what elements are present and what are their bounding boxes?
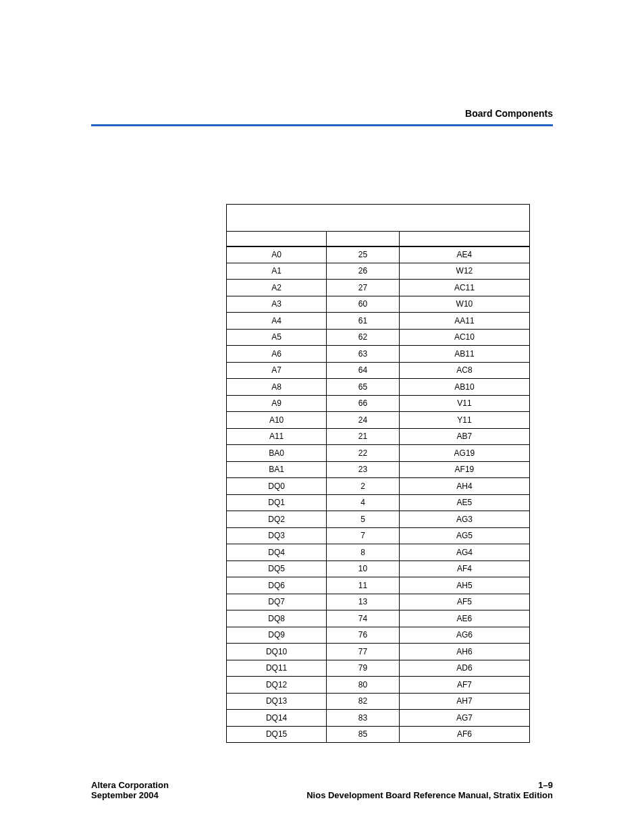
table-row: A966V11 xyxy=(227,395,530,412)
table-row: BA123AF19 xyxy=(227,461,530,478)
table-row: A025AE4 xyxy=(227,246,530,263)
table-cell: A9 xyxy=(227,395,327,412)
table-cell: 74 xyxy=(327,610,400,627)
table-cell: 27 xyxy=(327,280,400,296)
table-cell: A1 xyxy=(227,263,327,280)
table-cell: AG7 xyxy=(399,710,529,727)
table-cell: AC11 xyxy=(399,280,529,296)
table-cell: A0 xyxy=(227,246,327,263)
table-cell: DQ8 xyxy=(227,610,327,627)
table-cell: 25 xyxy=(327,246,400,263)
footer-page-number: 1–9 xyxy=(538,780,553,790)
table-row: DQ874AE6 xyxy=(227,610,530,627)
table-cell: DQ1 xyxy=(227,494,327,511)
table-row: DQ1382AH7 xyxy=(227,693,530,710)
table-cell: 66 xyxy=(327,395,400,412)
table-cell: AB10 xyxy=(399,379,529,396)
table-cell: DQ9 xyxy=(227,627,327,644)
table-row: DQ1280AF7 xyxy=(227,677,530,694)
table-cell: AA11 xyxy=(399,313,529,330)
table-cell: 76 xyxy=(327,627,400,644)
table-cell: 7 xyxy=(327,527,400,544)
table-row: A663AB11 xyxy=(227,346,530,363)
table-cell: 80 xyxy=(327,677,400,694)
table-row: A1024Y11 xyxy=(227,412,530,429)
table-cell: DQ0 xyxy=(227,478,327,495)
table-cell: BA0 xyxy=(227,445,327,462)
table-row: DQ1077AH6 xyxy=(227,644,530,660)
table-row: A562AC10 xyxy=(227,329,530,346)
table-cell: 24 xyxy=(327,412,400,429)
table-cell: 22 xyxy=(327,445,400,462)
table-cell: AC10 xyxy=(399,329,529,346)
pin-table: A025AE4A126W12A227AC11A360W10A461AA11A56… xyxy=(226,204,530,743)
table-row: A764AC8 xyxy=(227,362,530,379)
table-cell: Y11 xyxy=(399,412,529,429)
table-row: A227AC11 xyxy=(227,280,530,296)
table-cell: AF5 xyxy=(399,594,529,610)
table-cell: W10 xyxy=(399,296,529,313)
table-cell: A2 xyxy=(227,280,327,296)
table-cell: 8 xyxy=(327,544,400,561)
table-row: DQ976AG6 xyxy=(227,627,530,644)
table-cell: AC8 xyxy=(399,362,529,379)
table-cell: A6 xyxy=(227,346,327,363)
table-row: DQ37AG5 xyxy=(227,527,530,544)
table-cell: 13 xyxy=(327,594,400,610)
table-row: A360W10 xyxy=(227,296,530,313)
table-cell: 10 xyxy=(327,561,400,577)
table-cell: DQ7 xyxy=(227,594,327,610)
table-cell: 62 xyxy=(327,329,400,346)
table-row: DQ611AH5 xyxy=(227,577,530,594)
table-header-top xyxy=(227,205,530,232)
table-cell: 64 xyxy=(327,362,400,379)
table-row: DQ1585AF6 xyxy=(227,726,530,743)
table-row: DQ02AH4 xyxy=(227,478,530,495)
table-row: DQ14AE5 xyxy=(227,494,530,511)
table-cell: 5 xyxy=(327,511,400,528)
table-cell: A8 xyxy=(227,379,327,396)
table-cell: BA1 xyxy=(227,461,327,478)
table-cell: 60 xyxy=(327,296,400,313)
table-cell: V11 xyxy=(399,395,529,412)
table-cell: A5 xyxy=(227,329,327,346)
table-cell: AH6 xyxy=(399,644,529,660)
table-cell: AG19 xyxy=(399,445,529,462)
table-row: DQ1179AD6 xyxy=(227,660,530,677)
table-cell: DQ4 xyxy=(227,544,327,561)
table-cell: 82 xyxy=(327,693,400,710)
table-cell: DQ12 xyxy=(227,677,327,694)
table-row: DQ48AG4 xyxy=(227,544,530,561)
table-cell: A10 xyxy=(227,412,327,429)
header-rule xyxy=(91,124,553,126)
table-row: DQ510AF4 xyxy=(227,561,530,577)
table-row: A461AA11 xyxy=(227,313,530,330)
table-cell: A11 xyxy=(227,428,327,445)
footer-date: September 2004 xyxy=(91,790,159,800)
table-row: A865AB10 xyxy=(227,379,530,396)
table-cell: AE6 xyxy=(399,610,529,627)
table-cell: DQ14 xyxy=(227,710,327,727)
table-cell: AG5 xyxy=(399,527,529,544)
table-cell: AB7 xyxy=(399,428,529,445)
table-cell: 26 xyxy=(327,263,400,280)
table-cell: AE4 xyxy=(399,246,529,263)
table-row: A126W12 xyxy=(227,263,530,280)
table-cell: DQ11 xyxy=(227,660,327,677)
table-cell: 2 xyxy=(327,478,400,495)
table-cell: 83 xyxy=(327,710,400,727)
table-cell: DQ15 xyxy=(227,726,327,743)
table-row: BA022AG19 xyxy=(227,445,530,462)
table-cell: AF19 xyxy=(399,461,529,478)
table-row: DQ25AG3 xyxy=(227,511,530,528)
table-cell: AF7 xyxy=(399,677,529,694)
table-cell: AH7 xyxy=(399,693,529,710)
table-cell: AH4 xyxy=(399,478,529,495)
table-cell: AF6 xyxy=(399,726,529,743)
table-cell: A3 xyxy=(227,296,327,313)
table-cell: AG6 xyxy=(399,627,529,644)
table-cell: AG4 xyxy=(399,544,529,561)
table-cell: DQ6 xyxy=(227,577,327,594)
table-row: DQ713AF5 xyxy=(227,594,530,610)
table-cell: DQ5 xyxy=(227,561,327,577)
